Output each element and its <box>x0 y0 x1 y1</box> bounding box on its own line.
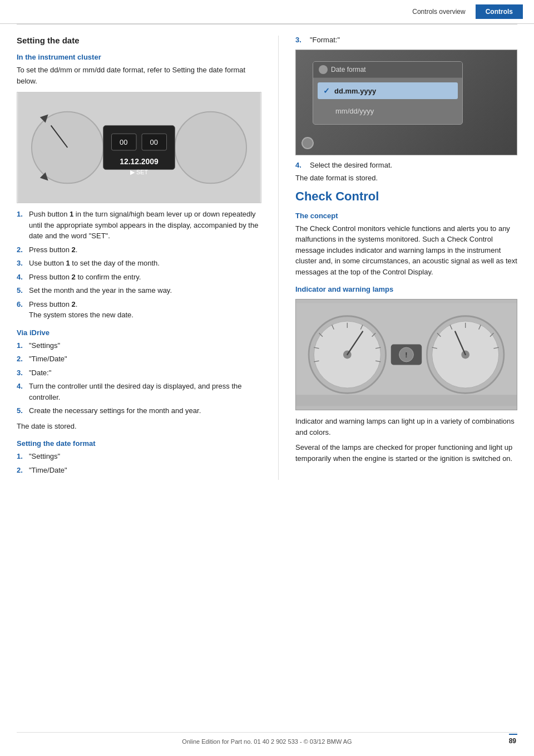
check-control-title: Check Control <box>295 189 517 204</box>
list-item: 3. Use button 1 to set the day of the mo… <box>17 258 261 269</box>
list-item: 4. Press button 2 to confirm the entry. <box>17 272 261 283</box>
svg-text:00: 00 <box>120 138 127 146</box>
setting-date-format-subtitle: Setting the date format <box>17 439 261 448</box>
step3-row: 3. "Format:" <box>295 36 517 44</box>
list-item: 1. "Settings" <box>17 451 261 462</box>
left-column: Setting the date In the instrument clust… <box>17 36 261 480</box>
date-format-image: Date format ✓ dd.mm.yyyy mm/dd/yyyy <box>295 50 517 155</box>
the-concept-subtitle: The concept <box>295 212 517 220</box>
indicator-text1: Indicator and warning lamps can light up… <box>295 416 517 438</box>
list-item: 5. Create the necessary settings for the… <box>17 405 261 416</box>
page-number: 89 <box>509 734 517 745</box>
column-divider <box>278 36 279 480</box>
step3-number: 3. <box>295 36 305 44</box>
date-format-header: Date format <box>331 66 366 73</box>
svg-rect-41 <box>296 395 517 406</box>
list-item: 2. Press button 2. <box>17 244 261 256</box>
nav-controls-overview[interactable]: Controls overview <box>402 4 475 19</box>
svg-text:12.12.2009: 12.12.2009 <box>120 157 159 166</box>
nav-controls[interactable]: Controls <box>476 4 523 19</box>
svg-text:▶ SET: ▶ SET <box>130 169 149 175</box>
header-nav: Controls overview Controls <box>402 4 523 19</box>
list-item: 4. Turn the controller until the desired… <box>17 381 261 402</box>
list-item: 1. Push button 1 in the turn signal/high… <box>17 209 261 242</box>
right-column: 3. "Format:" Date format ✓ <box>295 36 517 480</box>
list-item: 3. "Date:" <box>17 367 261 379</box>
list-item: 5. Set the month and the year in the sam… <box>17 285 261 296</box>
step4-row: 4. Select the desired format. <box>295 161 517 169</box>
list-item: 6. Press button 2.The system stores the … <box>17 299 261 321</box>
via-idrive-subtitle: Via iDrive <box>17 328 261 337</box>
date-option-mm-dd-yyyy: mm/dd/yyyy <box>318 102 458 120</box>
page-content: Setting the date In the instrument clust… <box>0 24 534 513</box>
footer: Online Edition for Part no. 01 40 2 902 … <box>17 732 517 745</box>
format-stored-text: The date format is stored. <box>295 173 517 184</box>
svg-text:!: ! <box>405 351 407 359</box>
step4-text: Select the desired format. <box>310 161 392 169</box>
step3-text: "Format:" <box>310 36 340 44</box>
instrument-steps-list: 1. Push button 1 in the turn signal/high… <box>17 209 261 321</box>
intro-text: To set the dd/mm or mm/dd date format, r… <box>17 65 261 86</box>
instrument-cluster-subtitle: In the instrument cluster <box>17 53 261 61</box>
header-bar: Controls overview Controls <box>0 0 534 24</box>
list-item: 2. "Time/Date" <box>17 465 261 476</box>
warning-lamps-image: ! <box>295 299 517 410</box>
instrument-cluster-image: 00 00 12.12.2009 ▶ SET <box>17 92 261 203</box>
footer-text: Online Edition for Part no. 01 40 2 902 … <box>182 738 352 745</box>
step4-number: 4. <box>295 161 305 169</box>
date-format-steps-list: 1. "Settings" 2. "Time/Date" <box>17 451 261 475</box>
list-item: 2. "Time/Date" <box>17 354 261 365</box>
idrive-steps-list: 1. "Settings" 2. "Time/Date" 3. "Date:" … <box>17 340 261 416</box>
list-item: 1. "Settings" <box>17 340 261 351</box>
svg-point-2 <box>175 112 246 184</box>
svg-text:00: 00 <box>150 138 158 146</box>
indicator-text2: Several of the lamps are checked for pro… <box>295 442 517 464</box>
indicator-warning-subtitle: Indicator and warning lamps <box>295 285 517 293</box>
date-option-dd-mm-yyyy: ✓ dd.mm.yyyy <box>318 82 458 99</box>
setting-date-title: Setting the date <box>17 36 261 45</box>
date-stored-text: The date is stored. <box>17 421 261 432</box>
concept-text: The Check Control monitors vehicle funct… <box>295 223 517 278</box>
